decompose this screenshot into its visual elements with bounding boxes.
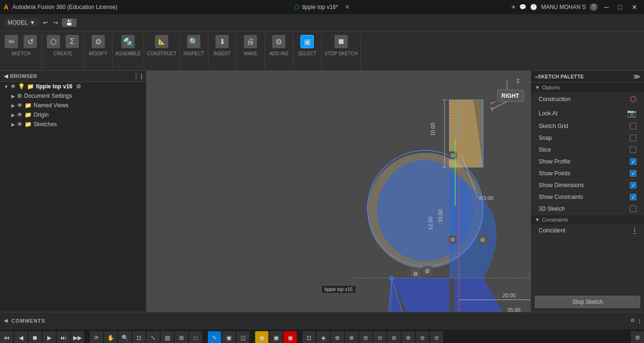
settings-icon-tippie[interactable]: ⚙: [76, 83, 81, 90]
icon10[interactable]: ⊝: [430, 331, 443, 343]
material-button[interactable]: ▣: [255, 331, 268, 343]
zoom-fit-button[interactable]: ⊡: [132, 331, 146, 343]
show-profile-checkbox[interactable]: [630, 158, 636, 165]
3d-sketch-checkbox[interactable]: [630, 206, 636, 212]
stop-sketch-button[interactable]: Stop Sketch: [535, 296, 640, 308]
icon1[interactable]: ⊡: [302, 331, 316, 343]
inspect-button[interactable]: 🔍: [185, 34, 202, 49]
create-button[interactable]: ⬡: [45, 34, 62, 49]
palette-row-show-dimensions[interactable]: Show Dimensions: [531, 180, 644, 191]
insert-button[interactable]: ⬇: [214, 34, 231, 49]
palette-row-construction[interactable]: Construction ⬡: [531, 92, 644, 106]
light-icon: 💡: [18, 83, 25, 90]
select-label: SELECT: [298, 51, 317, 56]
icon4[interactable]: ⊗: [345, 331, 358, 343]
clock-icon[interactable]: 🕐: [530, 4, 537, 10]
toolbar-section-create: ⬡ Σ CREATE: [42, 33, 84, 69]
play-start-button[interactable]: ⏮: [0, 331, 13, 343]
construction-icon[interactable]: ⬡: [630, 94, 636, 103]
browser-options-icon[interactable]: ⋮: [133, 73, 139, 79]
show-dimensions-checkbox[interactable]: [630, 182, 636, 189]
browser-collapse-icon[interactable]: ◀: [4, 73, 8, 79]
assemble-button[interactable]: 🔩: [120, 34, 137, 49]
appearance-button[interactable]: ▣: [269, 331, 283, 343]
highlight-button[interactable]: ▣: [283, 331, 297, 343]
comments-pin-icon[interactable]: |: [639, 318, 640, 324]
palette-row-3d-sketch[interactable]: 3D Sketch: [531, 203, 644, 215]
tab-close-icon[interactable]: ✕: [345, 4, 350, 10]
sketch-button[interactable]: ✏: [3, 34, 20, 49]
show-constraints-checkbox[interactable]: [630, 194, 636, 200]
create-sum-button[interactable]: Σ: [64, 34, 81, 49]
viewport[interactable]: R3.00 10.00 12.50 33.00 20.00 35.00 10.0…: [146, 71, 531, 312]
palette-row-show-constraints[interactable]: Show Constraints: [531, 191, 644, 203]
icon6[interactable]: ⊙: [373, 331, 386, 343]
palette-row-show-profile[interactable]: Show Profile: [531, 156, 644, 168]
section-button[interactable]: ▧: [161, 331, 174, 343]
display-button[interactable]: □: [189, 331, 202, 343]
solid-button[interactable]: ▣: [222, 331, 235, 343]
select-button[interactable]: ▣: [299, 34, 316, 49]
palette-row-look-at[interactable]: Look At 📷: [531, 106, 644, 120]
icon9[interactable]: ⊜: [416, 331, 429, 343]
slice-checkbox[interactable]: [630, 146, 636, 153]
sketch-grid-checkbox[interactable]: [630, 123, 636, 129]
palette-row-slice[interactable]: Slice: [531, 144, 644, 156]
add-tab-button[interactable]: +: [511, 3, 515, 11]
save-button[interactable]: 💾: [62, 18, 77, 27]
addins-button[interactable]: ⚙: [270, 34, 287, 49]
browser-item-tippie[interactable]: ▼ 👁 💡 📁 tippie top v16 ⚙: [0, 82, 146, 91]
play-next-button[interactable]: ▶: [43, 331, 56, 343]
undo-button[interactable]: ↩: [41, 18, 50, 27]
browser-item-origin[interactable]: ▶ 👁 📁 Origin: [0, 110, 146, 120]
play-stop-button[interactable]: ⏹: [28, 331, 42, 343]
constraints-section-header[interactable]: ▼ Constraints: [531, 215, 644, 224]
redo-button[interactable]: ↪: [52, 18, 60, 27]
browser-item-doc-settings[interactable]: ▶ ⚙ Document Settings: [0, 91, 146, 101]
maximize-button[interactable]: □: [616, 2, 625, 12]
zoom-button[interactable]: 🔍: [118, 331, 131, 343]
icon5[interactable]: ⊘: [359, 331, 372, 343]
model-selector[interactable]: MODEL ▼: [4, 18, 39, 27]
pan-button[interactable]: ✋: [104, 331, 117, 343]
icon7[interactable]: ⊚: [387, 331, 401, 343]
options-section-header[interactable]: ▼ Options: [531, 83, 644, 92]
comments-options-icon[interactable]: ⚙: [630, 317, 635, 324]
settings-button[interactable]: ⚙: [631, 331, 644, 343]
surface-button[interactable]: ◫: [236, 331, 249, 343]
show-points-checkbox[interactable]: [630, 170, 636, 177]
icon8[interactable]: ⊛: [402, 331, 415, 343]
grid-button[interactable]: ⊞: [175, 331, 188, 343]
close-button[interactable]: ✕: [629, 2, 640, 12]
sketch-button-bottom[interactable]: ✎: [208, 331, 221, 343]
help-icon[interactable]: ?: [590, 3, 598, 11]
look-at-icon[interactable]: 📷: [627, 109, 636, 118]
construct-button[interactable]: 📐: [153, 34, 170, 49]
minimize-button[interactable]: ─: [601, 2, 612, 12]
browser-item-named-views[interactable]: ▶ 👁 📁 Named Views: [0, 101, 146, 110]
browser-pin-icon[interactable]: |: [141, 73, 142, 79]
comments-collapse-icon[interactable]: ◀: [4, 317, 8, 324]
orbit-button[interactable]: ⟳: [90, 331, 103, 343]
make-button[interactable]: 🖨: [242, 34, 259, 49]
sketch-history-button[interactable]: ↺: [22, 34, 39, 49]
palette-undock-button[interactable]: ≫: [633, 73, 640, 80]
modify-button[interactable]: ⚙: [90, 34, 107, 49]
icon3[interactable]: ⊕: [331, 331, 344, 343]
play-all-button[interactable]: ▶▶: [71, 331, 84, 343]
browser-item-sketches[interactable]: ▶ 👁 📁 Sketches: [0, 120, 146, 129]
stop-sketch-toolbar-button[interactable]: ⏹: [333, 34, 350, 49]
palette-row-snap[interactable]: Snap: [531, 132, 644, 144]
zoom-extent-button[interactable]: ⤡: [146, 331, 160, 343]
palette-row-show-points[interactable]: Show Points: [531, 168, 644, 180]
icon2[interactable]: ◈: [317, 331, 330, 343]
palette-row-sketch-grid[interactable]: Sketch Grid: [531, 120, 644, 132]
play-prev-button[interactable]: ◀: [14, 331, 27, 343]
toolbar-top: MODEL ▼ ↩ ↪ 💾: [0, 14, 644, 31]
snap-checkbox[interactable]: [630, 135, 636, 141]
chat-icon[interactable]: 💬: [519, 4, 526, 10]
palette-row-coincident[interactable]: Coincident I: [531, 224, 644, 237]
play-end-button[interactable]: ⏭: [57, 331, 70, 343]
sketch-palette: ● SKETCH PALETTE ≫ ▼ Options Constructio…: [531, 71, 644, 312]
view-cube[interactable]: Z Y RIGHT ←: [488, 76, 526, 113]
